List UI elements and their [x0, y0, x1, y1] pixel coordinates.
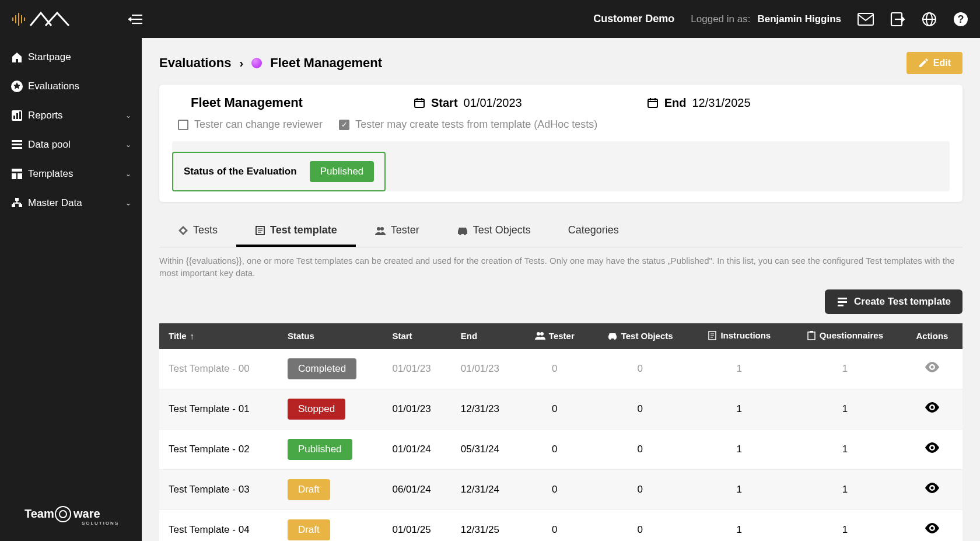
sidebar-item-evaluations[interactable]: Evaluations	[0, 72, 142, 101]
tab-tester[interactable]: Tester	[356, 216, 438, 247]
view-icon[interactable]	[925, 442, 940, 453]
cell-tester: 0	[520, 389, 589, 429]
cell-actions	[902, 429, 963, 469]
col-title[interactable]: Title ↑	[159, 323, 278, 349]
svg-point-61	[614, 337, 616, 340]
cell-start: 01/01/24	[383, 429, 451, 469]
cell-end: 12/31/23	[452, 389, 520, 429]
svg-rect-27	[15, 198, 19, 201]
svg-rect-28	[12, 204, 15, 207]
view-icon[interactable]	[925, 402, 940, 413]
breadcrumb-root[interactable]: Evaluations	[159, 55, 231, 71]
col-end[interactable]: End	[452, 323, 520, 349]
status-badge: Published	[288, 439, 352, 460]
evaluation-summary-card: Fleet Management Start 01/01/2023 End 12…	[159, 85, 963, 202]
tab-test-objects[interactable]: Test Objects	[438, 216, 550, 247]
cell-objects: 0	[590, 469, 691, 509]
cell-instructions: 1	[691, 349, 788, 389]
cell-status: Completed	[278, 349, 383, 389]
checkbox-change-reviewer[interactable]: Tester can change reviewer	[178, 118, 323, 131]
svg-rect-19	[16, 113, 18, 119]
view-icon[interactable]	[925, 523, 940, 533]
tab-icon	[255, 225, 265, 236]
view-icon[interactable]	[925, 362, 940, 372]
cell-start: 06/01/24	[383, 469, 451, 509]
template-icon	[10, 167, 28, 180]
svg-text:SOLUTIONS: SOLUTIONS	[82, 521, 118, 526]
collapse-sidebar-icon[interactable]	[128, 13, 144, 26]
breadcrumb-current: Fleet Management	[270, 55, 382, 71]
cell-title: Test Template - 00	[159, 349, 278, 389]
checkbox-adhoc-tests[interactable]: Tester may create tests from template (A…	[339, 118, 597, 131]
table-row[interactable]: Test Template - 01 Stopped 01/01/23 12/3…	[159, 389, 963, 429]
col-instructions[interactable]: Instructions	[691, 323, 788, 349]
svg-rect-26	[18, 173, 22, 179]
view-icon[interactable]	[925, 483, 940, 493]
col-questionnaires[interactable]: Questionnaires	[788, 323, 902, 349]
svg-point-54	[464, 233, 466, 235]
col-status[interactable]: Status	[278, 323, 383, 349]
svg-rect-56	[838, 301, 847, 303]
sidebar-item-templates[interactable]: Templates⌄	[0, 159, 142, 189]
cell-instructions: 1	[691, 389, 788, 429]
table-row[interactable]: Test Template - 03 Draft 06/01/24 12/31/…	[159, 469, 963, 509]
org-icon	[10, 197, 28, 210]
calendar-icon	[414, 97, 425, 109]
sidebar-item-startpage[interactable]: Startpage	[0, 43, 142, 72]
checkbox-icon	[339, 120, 349, 130]
cell-end: 12/31/24	[452, 469, 520, 509]
table-row[interactable]: Test Template - 02 Published 01/01/24 05…	[159, 429, 963, 469]
svg-rect-29	[19, 204, 22, 207]
table-row[interactable]: Test Template - 04 Draft 01/01/25 12/31/…	[159, 509, 963, 541]
cell-tester: 0	[520, 469, 589, 509]
col-start[interactable]: Start	[383, 323, 451, 349]
sidebar: StartpageEvaluationsReports⌄Data pool⌄Te…	[0, 38, 142, 541]
cell-actions	[902, 469, 963, 509]
logout-icon[interactable]	[890, 12, 905, 27]
status-label: Status of the Evaluation	[184, 166, 297, 177]
sort-asc-icon: ↑	[190, 331, 195, 341]
status-badge: Draft	[288, 519, 330, 540]
svg-point-68	[930, 366, 933, 369]
svg-point-69	[930, 406, 933, 409]
help-text: Within {{evaluations}}, one or more Test…	[159, 254, 963, 279]
svg-point-70	[930, 446, 933, 449]
tab-test-template[interactable]: Test template	[236, 216, 356, 247]
globe-icon[interactable]	[922, 12, 937, 27]
svg-rect-66	[808, 332, 815, 340]
help-icon[interactable]: ?	[953, 12, 968, 27]
sidebar-item-master-data[interactable]: Master Data⌄	[0, 189, 142, 218]
edit-button[interactable]: Edit	[907, 52, 963, 74]
tab-categories[interactable]: Categories	[550, 216, 638, 247]
sidebar-item-data-pool[interactable]: Data pool⌄	[0, 130, 142, 159]
svg-rect-55	[838, 298, 847, 299]
col-tester[interactable]: Tester	[520, 323, 589, 349]
cell-objects: 0	[590, 429, 691, 469]
mail-icon[interactable]	[858, 13, 874, 26]
cell-end: 05/31/24	[452, 429, 520, 469]
cell-actions	[902, 389, 963, 429]
table-row[interactable]: Test Template - 00 Completed 01/01/23 01…	[159, 349, 963, 389]
test-template-table: Title ↑ Status Start End Tester Test Obj…	[159, 323, 963, 541]
svg-point-71	[930, 487, 933, 490]
svg-rect-25	[12, 173, 16, 179]
svg-point-52	[380, 227, 384, 231]
status-badge: Stopped	[288, 399, 345, 420]
user-name[interactable]: Benjamin Higgins	[757, 13, 841, 25]
start-label: Start	[431, 96, 458, 110]
cell-status: Draft	[278, 469, 383, 509]
cell-end: 01/01/23	[452, 349, 520, 389]
create-test-template-button[interactable]: Create Test template	[825, 289, 963, 314]
sidebar-item-reports[interactable]: Reports⌄	[0, 101, 142, 130]
svg-rect-39	[415, 99, 424, 107]
checkbox-icon	[178, 120, 188, 130]
clipboard-icon	[807, 331, 816, 340]
svg-point-36	[60, 511, 66, 518]
col-test-objects[interactable]: Test Objects	[590, 323, 691, 349]
tab-tests[interactable]: Tests	[159, 216, 236, 247]
svg-rect-22	[12, 144, 22, 145]
logged-in-block: Logged in as: Benjamin Higgins	[691, 13, 841, 25]
cell-start: 01/01/25	[383, 509, 451, 541]
bar-icon	[10, 109, 28, 122]
svg-rect-21	[12, 140, 22, 142]
